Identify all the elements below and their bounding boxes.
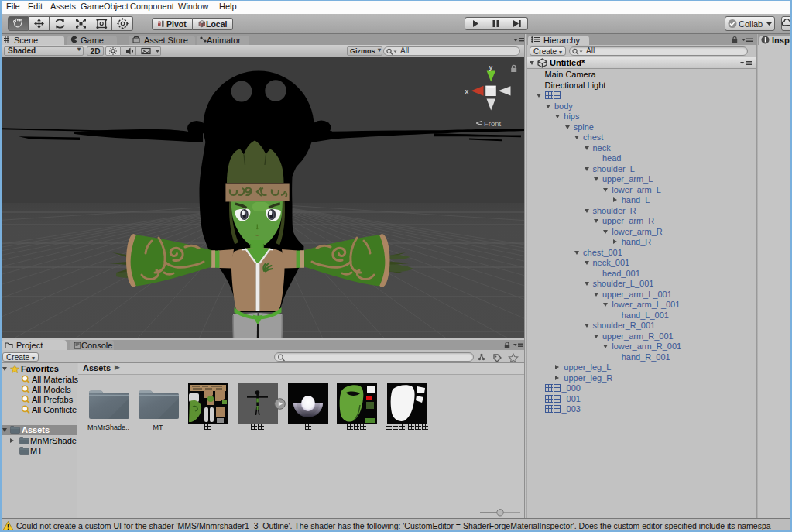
svg-text:Front: Front [484, 119, 502, 128]
svg-text:y: y [489, 63, 493, 71]
svg-text:x: x [465, 88, 469, 95]
